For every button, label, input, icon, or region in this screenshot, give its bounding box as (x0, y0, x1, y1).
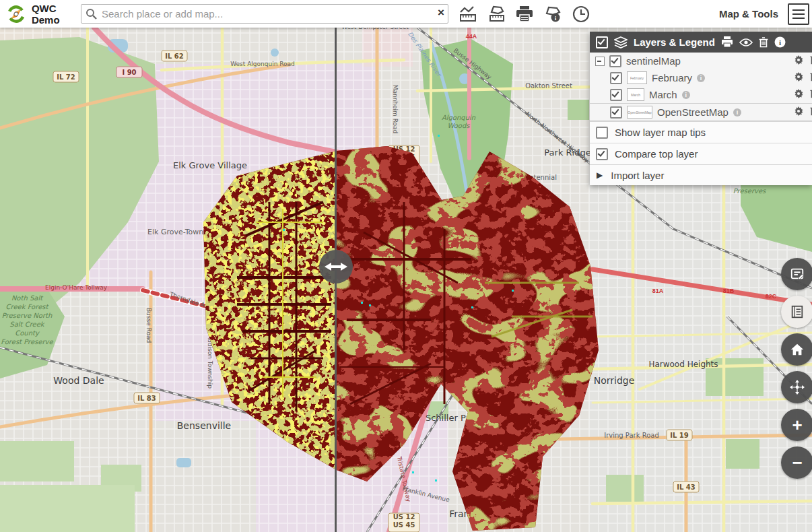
route-shield: IL 83 (134, 393, 160, 403)
map-label: Norridge (594, 375, 635, 386)
layer-checkbox[interactable] (609, 55, 621, 67)
theme-visibility-checkbox[interactable] (596, 36, 608, 48)
map-label: Irving Park Road (604, 432, 659, 439)
motorway-exit-label: 82C (766, 293, 777, 300)
svg-text:IL 83: IL 83 (137, 395, 156, 402)
layer-legend-thumbnail: March (627, 88, 644, 101)
zoom-in-icon: + (792, 416, 802, 434)
layer-row-icons (793, 55, 812, 67)
map-label: Wood Dale (53, 375, 104, 386)
map-label: West Algonquin Road (230, 61, 295, 67)
compare-arrows-icon (325, 261, 347, 272)
zoom-out-icon: − (792, 454, 802, 471)
app-logo: QWC Demo (0, 2, 81, 26)
layer-legend-thumbnail: OpenStreetMap (627, 106, 652, 119)
home-button[interactable] (781, 333, 812, 366)
gear-icon[interactable] (793, 88, 804, 101)
layer-row-sentinelmap: sentinelMap (590, 53, 812, 69)
search-icon (86, 8, 97, 20)
map-label: Preserves (733, 187, 766, 195)
route-shield: IL 62 (162, 51, 187, 61)
gear-icon[interactable] (793, 55, 804, 67)
route-shield: I 90 (116, 67, 142, 77)
panel-options: Show layer map tipsCompare top layer (590, 121, 812, 164)
layers-icon (614, 36, 628, 48)
layer-checkbox[interactable] (610, 72, 622, 84)
layer-info-icon[interactable]: i (682, 91, 690, 99)
layer-legend-thumbnail: February (627, 71, 647, 84)
gear-icon[interactable] (793, 71, 804, 84)
map-label: Busse Road (145, 308, 152, 343)
print-icon[interactable] (514, 4, 535, 24)
print-legend-icon[interactable] (721, 36, 733, 48)
route-shield: IL 43 (673, 481, 699, 492)
map-label: Elk Grove Village (173, 160, 247, 170)
svg-text:US 45: US 45 (393, 521, 415, 529)
time-icon[interactable] (571, 4, 591, 24)
map-label: Salt Creek (9, 321, 46, 328)
layer-row-icons (793, 88, 812, 101)
option-row: Compare top layer (590, 143, 812, 164)
svg-text:IL 62: IL 62 (165, 53, 184, 60)
svg-text:i: i (779, 38, 781, 46)
info-icon[interactable]: i (774, 36, 786, 48)
layer-checkbox[interactable] (610, 106, 622, 119)
motorway-exit-label: 81B (723, 288, 735, 294)
layer-checkbox[interactable] (610, 89, 622, 101)
layer-label[interactable]: sentinelMap (626, 55, 681, 67)
trash-icon[interactable] (759, 37, 768, 48)
layer-label[interactable]: March (649, 89, 677, 100)
toolbar: i (458, 4, 591, 24)
map-label: Bensenville (177, 420, 231, 431)
report-button[interactable] (781, 258, 812, 290)
gear-icon[interactable] (793, 106, 804, 119)
collapse-expander[interactable] (595, 57, 605, 66)
layer-label[interactable]: OpenStreetMap (657, 106, 729, 118)
layer-info-icon[interactable]: i (697, 74, 705, 82)
route-shield: IL 72 (53, 71, 79, 82)
map-label: Oakton Street (525, 82, 572, 90)
eye-icon[interactable] (739, 38, 753, 47)
compare-slider-handle[interactable] (319, 250, 353, 284)
import-layer-row[interactable]: ▶ Import layer (590, 164, 812, 185)
map-label: County (15, 329, 40, 337)
layer-tree: sentinelMapFebruaryFebruaryiMarchMarchiO… (590, 53, 812, 121)
map-label: Preserve North (2, 312, 53, 319)
map-label: Mannheim Road (392, 85, 399, 134)
search-clear-icon[interactable]: × (438, 6, 444, 20)
option-checkbox[interactable] (596, 148, 608, 160)
option-checkbox[interactable] (596, 127, 608, 139)
motorway-exit-label: 44A (466, 33, 477, 40)
layer-row-march: MarchMarchi (590, 86, 812, 103)
menu-area: Map & Tools (719, 3, 812, 25)
map-label: Harwood Heights (648, 360, 718, 369)
measure-area-icon[interactable] (486, 4, 506, 24)
search-input[interactable] (81, 4, 448, 24)
import-layer-label: Import layer (611, 170, 664, 181)
route-shield: US 12US 45 (388, 513, 419, 532)
panel-title: Layers & Legend (634, 36, 715, 48)
map-label: Elgin-O'Hare Tollway (45, 284, 108, 291)
layer-row-february: FebruaryFebruaryi (590, 69, 812, 86)
svg-text:IL 19: IL 19 (670, 432, 689, 439)
legend-button[interactable] (781, 296, 812, 328)
map-label: Algonquin (442, 114, 476, 122)
layer-info-icon[interactable]: i (733, 108, 741, 117)
hamburger-menu-icon[interactable] (788, 3, 809, 25)
zoom-out-button[interactable]: − (781, 446, 812, 479)
locate-button[interactable] (781, 371, 812, 403)
layers-panel-header: Layers & Legend i (590, 32, 812, 53)
identify-region-icon[interactable]: i (543, 4, 563, 24)
map-tools-menu[interactable]: Map & Tools (719, 8, 778, 20)
svg-text:US 12: US 12 (393, 513, 415, 521)
layer-label[interactable]: February (652, 72, 692, 84)
search-box: × (81, 4, 448, 24)
measure-line-icon[interactable] (458, 4, 478, 24)
top-bar: QWC Demo × i Map & Tools (0, 0, 812, 28)
option-label[interactable]: Compare top layer (615, 148, 698, 160)
option-label[interactable]: Show layer map tips (615, 127, 706, 138)
zoom-in-button[interactable]: + (781, 409, 812, 441)
map-label: Woods (447, 122, 470, 129)
map-label: Creek Forest (6, 303, 50, 310)
layer-row-openstreetmap: OpenStreetMapOpenStreetMapi (590, 103, 812, 121)
